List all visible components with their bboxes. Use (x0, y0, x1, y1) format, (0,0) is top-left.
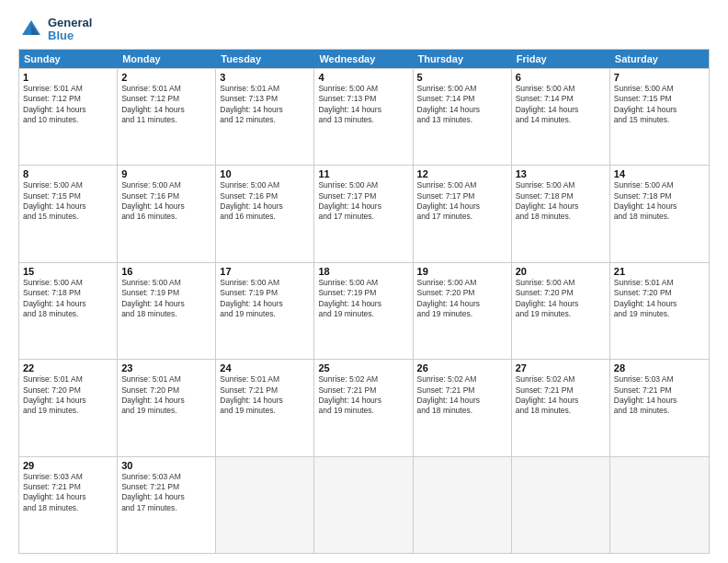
day-info: Sunrise: 5:00 AMSunset: 7:17 PMDaylight:… (318, 180, 408, 223)
calendar-cell: 26Sunrise: 5:02 AMSunset: 7:21 PMDayligh… (414, 360, 512, 455)
calendar-cell: 22Sunrise: 5:01 AMSunset: 7:20 PMDayligh… (19, 360, 118, 455)
weekday-header: Wednesday (314, 50, 413, 68)
day-info: Sunrise: 5:01 AMSunset: 7:20 PMDaylight:… (614, 278, 705, 320)
calendar-cell: 28Sunrise: 5:03 AMSunset: 7:21 PMDayligh… (610, 360, 709, 455)
calendar-cell: 23Sunrise: 5:01 AMSunset: 7:20 PMDayligh… (118, 360, 216, 455)
day-info: Sunrise: 5:02 AMSunset: 7:21 PMDaylight:… (318, 374, 408, 417)
calendar-cell: 7Sunrise: 5:00 AMSunset: 7:15 PMDaylight… (610, 69, 709, 165)
day-info: Sunrise: 5:00 AMSunset: 7:18 PMDaylight:… (516, 180, 606, 223)
calendar-cell: 14Sunrise: 5:00 AMSunset: 7:18 PMDayligh… (610, 166, 709, 261)
calendar-week: 8Sunrise: 5:00 AMSunset: 7:15 PMDaylight… (19, 165, 709, 261)
weekday-header: Thursday (414, 50, 512, 68)
calendar-cell: 17Sunrise: 5:00 AMSunset: 7:19 PMDayligh… (216, 263, 314, 359)
day-info: Sunrise: 5:03 AMSunset: 7:21 PMDaylight:… (614, 374, 705, 417)
calendar-week: 29Sunrise: 5:03 AMSunset: 7:21 PMDayligh… (19, 456, 709, 553)
day-number: 20 (516, 266, 606, 277)
day-number: 28 (614, 362, 705, 373)
calendar-cell: 15Sunrise: 5:00 AMSunset: 7:18 PMDayligh… (19, 263, 118, 359)
day-number: 24 (220, 362, 310, 373)
calendar-cell: 19Sunrise: 5:00 AMSunset: 7:20 PMDayligh… (414, 263, 512, 359)
calendar-cell: 25Sunrise: 5:02 AMSunset: 7:21 PMDayligh… (314, 360, 413, 455)
logo-text: General Blue (48, 17, 92, 43)
day-info: Sunrise: 5:00 AMSunset: 7:20 PMDaylight:… (516, 278, 606, 320)
day-info: Sunrise: 5:00 AMSunset: 7:18 PMDaylight:… (614, 180, 705, 223)
day-number: 12 (417, 168, 507, 179)
day-number: 27 (516, 362, 606, 373)
day-info: Sunrise: 5:03 AMSunset: 7:21 PMDaylight:… (23, 472, 113, 514)
calendar-week: 1Sunrise: 5:01 AMSunset: 7:12 PMDaylight… (19, 68, 709, 165)
calendar-header: SundayMondayTuesdayWednesdayThursdayFrid… (19, 50, 709, 68)
day-number: 23 (121, 362, 211, 373)
day-number: 30 (121, 460, 211, 471)
day-number: 22 (23, 362, 113, 373)
weekday-header: Monday (118, 50, 216, 68)
day-number: 13 (516, 168, 606, 179)
calendar-cell: 13Sunrise: 5:00 AMSunset: 7:18 PMDayligh… (512, 166, 610, 261)
logo-icon (18, 17, 44, 42)
calendar: SundayMondayTuesdayWednesdayThursdayFrid… (18, 49, 710, 554)
calendar-body: 1Sunrise: 5:01 AMSunset: 7:12 PMDaylight… (19, 68, 709, 553)
day-info: Sunrise: 5:01 AMSunset: 7:12 PMDaylight:… (23, 84, 113, 126)
day-info: Sunrise: 5:00 AMSunset: 7:19 PMDaylight:… (220, 278, 310, 320)
day-number: 9 (121, 168, 211, 179)
calendar-cell: 11Sunrise: 5:00 AMSunset: 7:17 PMDayligh… (314, 166, 413, 261)
calendar-cell: 2Sunrise: 5:01 AMSunset: 7:12 PMDaylight… (118, 69, 216, 165)
calendar-cell: 10Sunrise: 5:00 AMSunset: 7:16 PMDayligh… (216, 166, 314, 261)
page: General Blue SundayMondayTuesdayWednesda… (0, 0, 728, 563)
calendar-cell: 4Sunrise: 5:00 AMSunset: 7:13 PMDaylight… (314, 69, 413, 165)
day-number: 15 (23, 266, 113, 277)
day-number: 1 (23, 72, 113, 83)
day-info: Sunrise: 5:02 AMSunset: 7:21 PMDaylight:… (417, 374, 507, 417)
day-info: Sunrise: 5:00 AMSunset: 7:15 PMDaylight:… (23, 180, 113, 223)
day-info: Sunrise: 5:02 AMSunset: 7:21 PMDaylight:… (516, 374, 606, 417)
calendar-cell: 8Sunrise: 5:00 AMSunset: 7:15 PMDaylight… (19, 166, 118, 261)
weekday-header: Saturday (610, 50, 709, 68)
day-number: 19 (417, 266, 507, 277)
day-info: Sunrise: 5:00 AMSunset: 7:13 PMDaylight:… (318, 84, 408, 126)
day-number: 16 (121, 266, 211, 277)
calendar-cell (610, 457, 709, 553)
calendar-cell: 6Sunrise: 5:00 AMSunset: 7:14 PMDaylight… (512, 69, 610, 165)
day-number: 26 (417, 362, 507, 373)
day-info: Sunrise: 5:00 AMSunset: 7:19 PMDaylight:… (318, 278, 408, 320)
day-info: Sunrise: 5:03 AMSunset: 7:21 PMDaylight:… (121, 472, 211, 514)
day-info: Sunrise: 5:00 AMSunset: 7:16 PMDaylight:… (220, 180, 310, 223)
day-info: Sunrise: 5:00 AMSunset: 7:17 PMDaylight:… (417, 180, 507, 223)
calendar-cell: 12Sunrise: 5:00 AMSunset: 7:17 PMDayligh… (414, 166, 512, 261)
day-info: Sunrise: 5:00 AMSunset: 7:14 PMDaylight:… (516, 84, 606, 126)
day-info: Sunrise: 5:01 AMSunset: 7:20 PMDaylight:… (121, 374, 211, 417)
calendar-cell (216, 457, 314, 553)
calendar-week: 15Sunrise: 5:00 AMSunset: 7:18 PMDayligh… (19, 262, 709, 359)
day-number: 17 (220, 266, 310, 277)
day-info: Sunrise: 5:00 AMSunset: 7:18 PMDaylight:… (23, 278, 113, 320)
day-info: Sunrise: 5:00 AMSunset: 7:15 PMDaylight:… (614, 84, 705, 126)
weekday-header: Friday (512, 50, 610, 68)
day-info: Sunrise: 5:00 AMSunset: 7:16 PMDaylight:… (121, 180, 211, 223)
day-number: 11 (318, 168, 408, 179)
day-number: 14 (614, 168, 705, 179)
day-info: Sunrise: 5:01 AMSunset: 7:20 PMDaylight:… (23, 374, 113, 417)
calendar-cell: 18Sunrise: 5:00 AMSunset: 7:19 PMDayligh… (314, 263, 413, 359)
day-number: 21 (614, 266, 705, 277)
calendar-week: 22Sunrise: 5:01 AMSunset: 7:20 PMDayligh… (19, 359, 709, 455)
day-number: 25 (318, 362, 408, 373)
calendar-cell (414, 457, 512, 553)
day-number: 3 (220, 72, 310, 83)
day-info: Sunrise: 5:01 AMSunset: 7:13 PMDaylight:… (220, 84, 310, 126)
day-info: Sunrise: 5:01 AMSunset: 7:12 PMDaylight:… (121, 84, 211, 126)
day-number: 29 (23, 460, 113, 471)
calendar-cell: 21Sunrise: 5:01 AMSunset: 7:20 PMDayligh… (610, 263, 709, 359)
day-info: Sunrise: 5:00 AMSunset: 7:19 PMDaylight:… (121, 278, 211, 320)
weekday-header: Tuesday (216, 50, 314, 68)
calendar-cell: 1Sunrise: 5:01 AMSunset: 7:12 PMDaylight… (19, 69, 118, 165)
calendar-cell: 24Sunrise: 5:01 AMSunset: 7:21 PMDayligh… (216, 360, 314, 455)
logo: General Blue (18, 17, 92, 43)
day-number: 18 (318, 266, 408, 277)
day-number: 4 (318, 72, 408, 83)
header: General Blue (18, 17, 710, 43)
calendar-cell (512, 457, 610, 553)
calendar-cell: 16Sunrise: 5:00 AMSunset: 7:19 PMDayligh… (118, 263, 216, 359)
day-number: 6 (516, 72, 606, 83)
calendar-cell: 3Sunrise: 5:01 AMSunset: 7:13 PMDaylight… (216, 69, 314, 165)
calendar-cell (314, 457, 413, 553)
